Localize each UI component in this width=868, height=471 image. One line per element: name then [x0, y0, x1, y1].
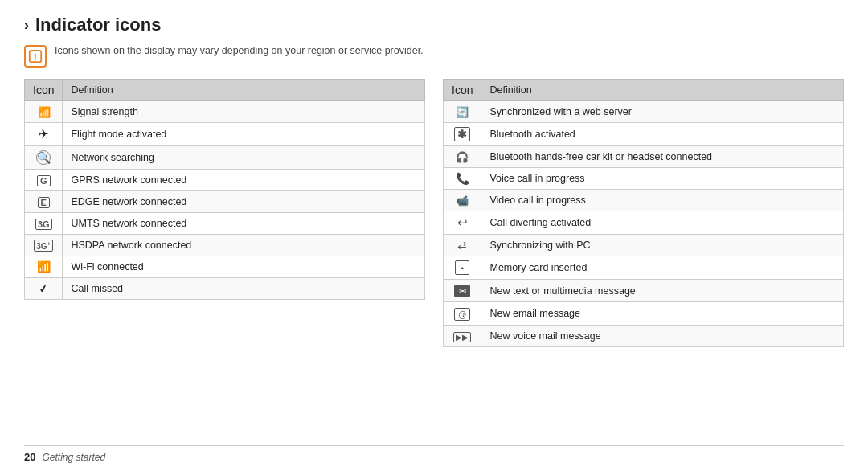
definition-cell: Network searching: [63, 146, 425, 170]
notice-text: Icons shown on the display may vary depe…: [55, 43, 424, 59]
columns: Icon Definition 📶 Signal strength ✈ Flig…: [24, 79, 844, 440]
icon-cell: ✔: [25, 278, 63, 300]
definition-cell: EDGE network connected: [63, 191, 425, 213]
right-table: Icon Definition 🔄 Synchronized with a we…: [443, 79, 844, 347]
table-row: 3G+ HSDPA network connected: [25, 235, 425, 256]
left-table: Icon Definition 📶 Signal strength ✈ Flig…: [24, 79, 425, 300]
definition-cell: Signal strength: [63, 101, 425, 123]
definition-cell: Bluetooth hands-free car kit or headset …: [481, 146, 844, 168]
table-row: 3G UMTS network connected: [25, 213, 425, 235]
notice-row: ! Icons shown on the display may vary de…: [24, 43, 844, 68]
table-row: 🔍 Network searching: [25, 146, 425, 170]
right-col-icon-header: Icon: [444, 80, 481, 101]
definition-cell: New voice mail message: [481, 325, 844, 346]
svg-text:!: !: [34, 51, 37, 62]
icon-cell: 📶: [25, 101, 63, 123]
table-row: 📶 Signal strength: [25, 101, 425, 123]
icon-cell: 🔍: [25, 146, 63, 170]
table-row: 📞 Voice call in progress: [444, 168, 844, 190]
definition-cell: HSDPA network connected: [63, 235, 425, 256]
icon-cell: ✱: [444, 123, 481, 146]
definition-cell: Flight mode activated: [63, 123, 425, 146]
footer-section-label: Getting started: [42, 452, 105, 463]
definition-cell: New email message: [481, 302, 844, 325]
definition-cell: Video call in progress: [481, 190, 844, 211]
definition-cell: Bluetooth activated: [481, 123, 844, 146]
icon-cell: ✈: [25, 123, 63, 146]
left-col-def-header: Definition: [63, 80, 425, 101]
title-row: › Indicator icons: [24, 14, 844, 35]
left-column: Icon Definition 📶 Signal strength ✈ Flig…: [24, 79, 425, 440]
icon-cell: 📶: [25, 256, 63, 278]
definition-cell: Voice call in progress: [481, 168, 844, 190]
table-row: ▪ Memory card inserted: [444, 256, 844, 280]
icon-cell: 🎧: [444, 146, 481, 168]
table-row: 📹 Video call in progress: [444, 190, 844, 211]
icon-cell: 📞: [444, 168, 481, 190]
icon-cell: ▶▶: [444, 325, 481, 346]
page-title: Indicator icons: [35, 14, 161, 35]
icon-cell: 📹: [444, 190, 481, 211]
definition-cell: Synchronized with a web server: [481, 101, 844, 123]
definition-cell: Call missed: [63, 278, 425, 300]
icon-cell: @: [444, 302, 481, 325]
footer: 20 Getting started: [24, 445, 844, 463]
icon-cell: E: [25, 191, 63, 213]
definition-cell: GPRS network connected: [63, 170, 425, 191]
definition-cell: New text or multimedia message: [481, 280, 844, 302]
right-column: Icon Definition 🔄 Synchronized with a we…: [443, 79, 844, 440]
icon-cell: 🔄: [444, 101, 481, 123]
table-row: E EDGE network connected: [25, 191, 425, 213]
definition-cell: Synchronizing with PC: [481, 235, 844, 256]
definition-cell: Wi-Fi connected: [63, 256, 425, 278]
table-row: 🎧 Bluetooth hands-free car kit or headse…: [444, 146, 844, 168]
icon-cell: ⇄: [444, 235, 481, 256]
page: › Indicator icons ! Icons shown on the d…: [0, 0, 868, 471]
footer-page-number: 20: [24, 451, 35, 463]
table-row: G GPRS network connected: [25, 170, 425, 191]
icon-cell: 3G: [25, 213, 63, 235]
table-row: ⇄ Synchronizing with PC: [444, 235, 844, 256]
table-row: ✈ Flight mode activated: [25, 123, 425, 146]
right-col-def-header: Definition: [481, 80, 844, 101]
table-row: ▶▶ New voice mail message: [444, 325, 844, 346]
definition-cell: Call diverting activated: [481, 211, 844, 235]
left-col-icon-header: Icon: [25, 80, 63, 101]
table-row: ✉ New text or multimedia message: [444, 280, 844, 302]
table-row: 📶 Wi-Fi connected: [25, 256, 425, 278]
notice-icon: !: [24, 45, 47, 68]
table-row: @ New email message: [444, 302, 844, 325]
icon-cell: G: [25, 170, 63, 191]
icon-cell: 3G+: [25, 235, 63, 256]
icon-cell: ✉: [444, 280, 481, 302]
icon-cell: ↩: [444, 211, 481, 235]
definition-cell: Memory card inserted: [481, 256, 844, 280]
table-row: ↩ Call diverting activated: [444, 211, 844, 235]
definition-cell: UMTS network connected: [63, 213, 425, 235]
table-row: ✱ Bluetooth activated: [444, 123, 844, 146]
icon-cell: ▪: [444, 256, 481, 280]
table-row: 🔄 Synchronized with a web server: [444, 101, 844, 123]
chevron-icon: ›: [24, 17, 29, 34]
table-row: ✔ Call missed: [25, 278, 425, 300]
